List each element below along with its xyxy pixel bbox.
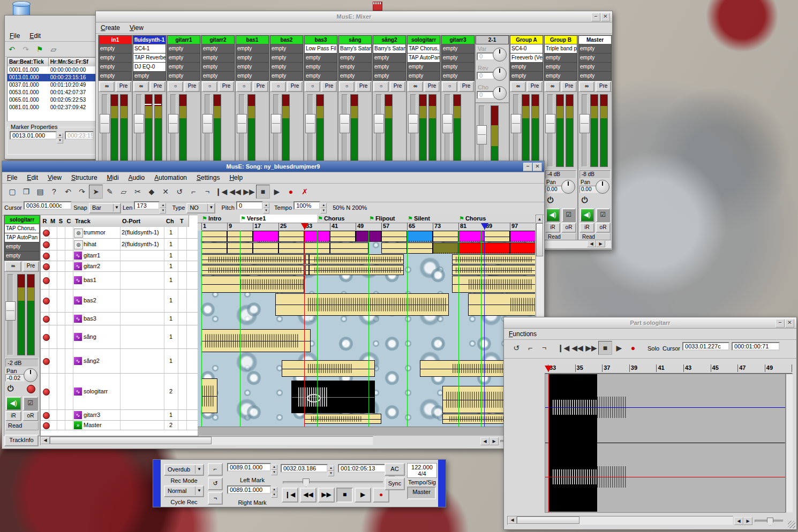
mixer-strip-label[interactable]: Group A bbox=[510, 35, 543, 44]
fader-handle[interactable] bbox=[340, 114, 350, 133]
part-hihat[interactable] bbox=[253, 242, 278, 254]
pre-button[interactable]: Pre bbox=[116, 81, 131, 92]
effect-slot[interactable]: empty bbox=[338, 63, 372, 72]
pre-button[interactable]: Pre bbox=[527, 81, 543, 92]
effect-slot[interactable]: empty bbox=[373, 72, 406, 81]
record-arm-icon[interactable] bbox=[43, 253, 50, 260]
effect-slot[interactable]: empty bbox=[510, 72, 543, 81]
track-row-gitarr2[interactable]: ∿gitarr21 bbox=[41, 261, 198, 272]
part-trummor[interactable] bbox=[458, 231, 484, 242]
pencil-tool-icon[interactable]: ✎ bbox=[103, 185, 117, 199]
fader-handle[interactable] bbox=[477, 125, 487, 145]
glue-tool-icon[interactable]: ◆ bbox=[145, 185, 159, 199]
part-gitarr1[interactable] bbox=[309, 254, 404, 264]
part-hihat[interactable] bbox=[381, 242, 407, 254]
pan-value[interactable]: -0.02 bbox=[5, 374, 25, 382]
stop-icon[interactable]: ■ bbox=[598, 341, 612, 355]
rewind-button[interactable]: ◀◀ bbox=[300, 488, 317, 503]
track-row-hihat[interactable]: ⊜hihat2(fluidsynth-1)1 bbox=[41, 239, 198, 250]
rewind-start-icon[interactable]: ❙◀ bbox=[214, 185, 228, 199]
effect-slot[interactable]: empty bbox=[304, 54, 337, 63]
wave-hscroll-thumb[interactable] bbox=[517, 516, 579, 524]
effect-slot[interactable]: empty bbox=[167, 72, 200, 81]
stop-button[interactable]: ■ bbox=[336, 488, 353, 503]
effect-slot[interactable]: SC4-1 bbox=[133, 44, 166, 54]
mute-tool-icon[interactable]: ✕ bbox=[159, 185, 172, 199]
wave-zoom-left-icon[interactable]: ◀ bbox=[734, 517, 743, 525]
hzoom-right-icon[interactable]: ▶ bbox=[490, 437, 499, 445]
track-row-sång[interactable]: ∿sång1 bbox=[41, 325, 198, 349]
part-sång[interactable] bbox=[201, 329, 311, 352]
pre-button[interactable]: Pre bbox=[287, 81, 303, 92]
effect-slot[interactable]: empty bbox=[510, 63, 543, 72]
marker-flag[interactable]: Chorus bbox=[459, 215, 486, 222]
track-row-bas2[interactable]: ∿bas21 bbox=[41, 290, 198, 313]
part-bas1[interactable] bbox=[452, 276, 535, 293]
marker-row[interactable]: 0053.01.00000:01:42:07:37 bbox=[7, 89, 97, 96]
aux-send-knob[interactable] bbox=[493, 67, 507, 81]
punch-out-icon[interactable]: ¬ bbox=[537, 341, 551, 355]
scroll-right-icon[interactable]: ▶ bbox=[596, 240, 605, 247]
marker-flag[interactable]: Flipout bbox=[369, 215, 395, 222]
fader-handle[interactable] bbox=[202, 114, 213, 133]
fader-handle[interactable] bbox=[511, 114, 521, 133]
play-button[interactable]: ▶ bbox=[355, 488, 371, 503]
fader-handle[interactable] bbox=[100, 114, 110, 133]
right-mark-field[interactable]: 0089.01.000 bbox=[227, 485, 271, 494]
minimize-icon[interactable]: – bbox=[523, 163, 532, 171]
open-file-icon[interactable]: ❐ bbox=[19, 185, 33, 199]
record-arm-icon[interactable] bbox=[43, 316, 50, 323]
pre-button[interactable]: Pre bbox=[321, 81, 337, 92]
vscroll-thumb[interactable] bbox=[536, 223, 543, 256]
pre-button[interactable]: Pre bbox=[150, 81, 165, 92]
pitch-spinner[interactable]: ▲▼ bbox=[263, 203, 269, 214]
zoom-presets-label[interactable]: 50% N 200% bbox=[333, 204, 367, 211]
menu-edit[interactable]: Edit bbox=[22, 172, 43, 183]
close-icon[interactable]: ✕ bbox=[601, 13, 610, 21]
effect-slot[interactable]: empty bbox=[236, 54, 269, 63]
waveform-display[interactable] bbox=[545, 374, 786, 513]
transport-left-grip[interactable] bbox=[153, 460, 161, 507]
pan-knob[interactable] bbox=[561, 180, 575, 194]
rewind-start-button[interactable]: ❙◀ bbox=[282, 488, 298, 503]
part-gitarr1[interactable] bbox=[305, 254, 309, 264]
menu-edit[interactable]: Edit bbox=[25, 31, 46, 41]
effect-slot[interactable]: empty bbox=[133, 72, 166, 81]
play-icon[interactable]: ▶ bbox=[270, 185, 284, 199]
stereo-toggle-icon[interactable]: ∞ bbox=[510, 81, 526, 92]
output-routing-button[interactable]: oR bbox=[596, 223, 611, 233]
track-row-sologitarr[interactable]: ∿sologitarr2 bbox=[41, 374, 198, 410]
mixer-hscrollbar[interactable]: ◀ ▶ bbox=[535, 240, 611, 248]
scroll-left-icon[interactable]: ◀ bbox=[41, 437, 50, 444]
menu-automation[interactable]: Automation bbox=[149, 172, 192, 183]
automation-check-icon[interactable]: ☑ bbox=[596, 208, 611, 222]
mixer-strip-label[interactable]: bas3 bbox=[304, 35, 337, 44]
effect-slot[interactable]: TAP Chorus, bbox=[4, 224, 40, 233]
playhead-triangle[interactable] bbox=[545, 366, 552, 372]
part-gitarr2[interactable] bbox=[201, 265, 304, 275]
track-row-bas3[interactable]: ∿bas31 bbox=[41, 313, 198, 325]
effect-slot[interactable]: Barry's Satan bbox=[373, 44, 406, 54]
position-slider-thumb[interactable] bbox=[303, 478, 310, 487]
master-button[interactable]: Master bbox=[407, 487, 436, 499]
new-file-icon[interactable]: ▢ bbox=[5, 185, 19, 199]
menu-settings[interactable]: Settings bbox=[192, 172, 224, 183]
wave-hscrollbar[interactable]: ◀ bbox=[507, 516, 733, 525]
rewind-icon[interactable]: ◀◀ bbox=[570, 341, 584, 355]
punch-in-icon[interactable]: ⌐ bbox=[186, 185, 200, 199]
effect-slot[interactable]: Barry's Satan bbox=[338, 44, 372, 54]
fader-handle[interactable] bbox=[134, 114, 144, 133]
mixer-strip-label[interactable]: Master bbox=[578, 35, 612, 44]
mixer-strip-label[interactable]: bas1 bbox=[236, 35, 269, 44]
rec-mode-combo[interactable]: Overdub▼ bbox=[164, 464, 204, 476]
part-gitarr3[interactable] bbox=[304, 414, 381, 424]
stop-icon[interactable]: ■ bbox=[256, 185, 270, 199]
automation-check-icon[interactable]: ☑ bbox=[23, 397, 39, 411]
punch-in-icon[interactable]: ⌐ bbox=[208, 463, 223, 476]
effect-slot[interactable]: empty bbox=[441, 63, 475, 72]
menu-view[interactable]: View bbox=[43, 172, 66, 183]
effect-slot[interactable]: empty bbox=[99, 63, 132, 72]
effect-slot[interactable]: empty bbox=[236, 63, 269, 72]
record-arm-icon[interactable] bbox=[43, 422, 50, 429]
mixer-strip-label[interactable]: Group B bbox=[544, 35, 577, 44]
